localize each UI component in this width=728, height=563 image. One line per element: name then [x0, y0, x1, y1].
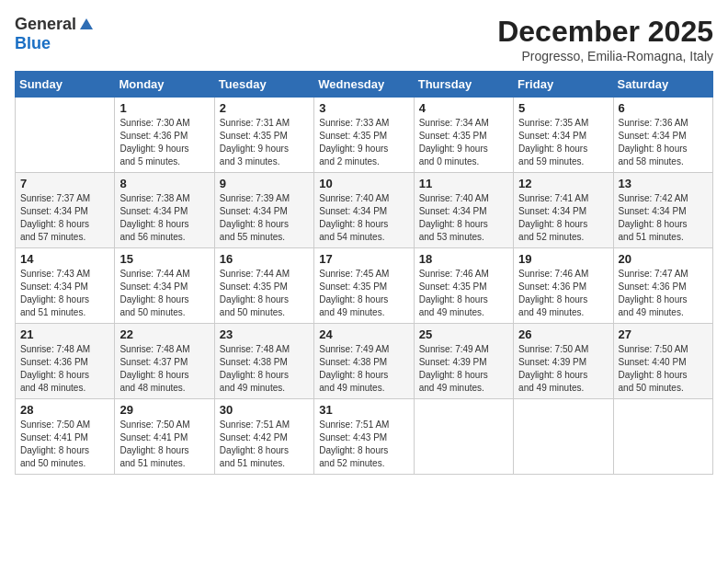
- day-info: Sunrise: 7:42 AMSunset: 4:34 PMDaylight:…: [619, 192, 708, 244]
- calendar-week-2: 7Sunrise: 7:37 AMSunset: 4:34 PMDaylight…: [16, 173, 713, 248]
- day-number: 20: [619, 252, 708, 266]
- day-number: 12: [518, 177, 608, 190]
- weekday-header-thursday: Thursday: [414, 72, 513, 98]
- calendar-cell: 5Sunrise: 7:35 AMSunset: 4:34 PMDaylight…: [514, 98, 613, 173]
- weekday-header-tuesday: Tuesday: [214, 72, 313, 98]
- calendar-cell: 26Sunrise: 7:50 AMSunset: 4:39 PMDayligh…: [514, 324, 613, 399]
- header: General Blue December 2025 Progresso, Em…: [15, 15, 713, 63]
- day-info: Sunrise: 7:46 AMSunset: 4:35 PMDaylight:…: [419, 268, 508, 319]
- day-info: Sunrise: 7:34 AMSunset: 4:35 PMDaylight:…: [419, 117, 508, 168]
- day-number: 4: [419, 101, 508, 115]
- day-number: 11: [419, 177, 508, 190]
- calendar-cell: 6Sunrise: 7:36 AMSunset: 4:34 PMDaylight…: [613, 98, 712, 173]
- calendar-cell: 29Sunrise: 7:50 AMSunset: 4:41 PMDayligh…: [115, 399, 214, 475]
- weekday-header-row: SundayMondayTuesdayWednesdayThursdayFrid…: [16, 72, 713, 98]
- weekday-header-friday: Friday: [514, 72, 613, 98]
- day-number: 3: [319, 101, 408, 115]
- calendar-cell: [514, 399, 613, 475]
- calendar-cell: 2Sunrise: 7:31 AMSunset: 4:35 PMDaylight…: [214, 98, 313, 173]
- day-number: 13: [619, 177, 708, 190]
- calendar-cell: [414, 399, 513, 475]
- calendar-cell: 30Sunrise: 7:51 AMSunset: 4:42 PMDayligh…: [214, 399, 313, 475]
- day-number: 10: [319, 177, 408, 190]
- day-info: Sunrise: 7:50 AMSunset: 4:39 PMDaylight:…: [518, 343, 608, 395]
- day-number: 18: [419, 252, 508, 266]
- day-info: Sunrise: 7:50 AMSunset: 4:41 PMDaylight:…: [119, 419, 209, 470]
- calendar-cell: 7Sunrise: 7:37 AMSunset: 4:34 PMDaylight…: [16, 173, 115, 248]
- calendar-cell: 31Sunrise: 7:51 AMSunset: 4:43 PMDayligh…: [314, 399, 414, 475]
- calendar-cell: 17Sunrise: 7:45 AMSunset: 4:35 PMDayligh…: [314, 248, 414, 324]
- day-info: Sunrise: 7:49 AMSunset: 4:39 PMDaylight:…: [419, 343, 508, 395]
- logo-icon: [78, 17, 95, 33]
- day-info: Sunrise: 7:47 AMSunset: 4:36 PMDaylight:…: [619, 268, 708, 319]
- day-number: 24: [319, 327, 408, 341]
- calendar-cell: 1Sunrise: 7:30 AMSunset: 4:36 PMDaylight…: [115, 98, 214, 173]
- calendar-cell: 15Sunrise: 7:44 AMSunset: 4:34 PMDayligh…: [115, 248, 214, 324]
- day-number: 23: [220, 327, 309, 341]
- day-info: Sunrise: 7:44 AMSunset: 4:34 PMDaylight:…: [119, 268, 209, 319]
- day-number: 21: [20, 327, 109, 341]
- calendar-cell: 4Sunrise: 7:34 AMSunset: 4:35 PMDaylight…: [414, 98, 513, 173]
- svg-marker-0: [80, 18, 93, 29]
- day-number: 1: [119, 101, 209, 115]
- day-number: 14: [20, 252, 109, 266]
- calendar-cell: 9Sunrise: 7:39 AMSunset: 4:34 PMDaylight…: [214, 173, 313, 248]
- day-info: Sunrise: 7:48 AMSunset: 4:38 PMDaylight:…: [220, 343, 309, 395]
- calendar-cell: 22Sunrise: 7:48 AMSunset: 4:37 PMDayligh…: [115, 324, 214, 399]
- month-title: December 2025: [497, 15, 713, 49]
- calendar-week-4: 21Sunrise: 7:48 AMSunset: 4:36 PMDayligh…: [16, 324, 713, 399]
- day-info: Sunrise: 7:39 AMSunset: 4:34 PMDaylight:…: [220, 192, 309, 244]
- calendar-week-1: 1Sunrise: 7:30 AMSunset: 4:36 PMDaylight…: [16, 98, 713, 173]
- day-info: Sunrise: 7:44 AMSunset: 4:35 PMDaylight:…: [220, 268, 309, 319]
- calendar-cell: 14Sunrise: 7:43 AMSunset: 4:34 PMDayligh…: [16, 248, 115, 324]
- day-number: 2: [220, 101, 309, 115]
- calendar-cell: 28Sunrise: 7:50 AMSunset: 4:41 PMDayligh…: [16, 399, 115, 475]
- day-info: Sunrise: 7:38 AMSunset: 4:34 PMDaylight:…: [119, 192, 209, 244]
- day-info: Sunrise: 7:40 AMSunset: 4:34 PMDaylight:…: [319, 192, 408, 244]
- day-info: Sunrise: 7:48 AMSunset: 4:36 PMDaylight:…: [20, 343, 109, 395]
- day-number: 25: [419, 327, 508, 341]
- day-number: 30: [220, 403, 309, 417]
- day-number: 16: [220, 252, 309, 266]
- weekday-header-saturday: Saturday: [613, 72, 712, 98]
- calendar-cell: 24Sunrise: 7:49 AMSunset: 4:38 PMDayligh…: [314, 324, 414, 399]
- calendar-cell: 21Sunrise: 7:48 AMSunset: 4:36 PMDayligh…: [16, 324, 115, 399]
- day-info: Sunrise: 7:46 AMSunset: 4:36 PMDaylight:…: [518, 268, 608, 319]
- day-number: 8: [119, 177, 209, 190]
- day-number: 22: [119, 327, 209, 341]
- day-number: 28: [20, 403, 109, 417]
- title-area: December 2025 Progresso, Emilia-Romagna,…: [497, 15, 713, 63]
- subtitle: Progresso, Emilia-Romagna, Italy: [497, 49, 713, 63]
- calendar-cell: 27Sunrise: 7:50 AMSunset: 4:40 PMDayligh…: [613, 324, 712, 399]
- calendar-cell: 16Sunrise: 7:44 AMSunset: 4:35 PMDayligh…: [214, 248, 313, 324]
- day-info: Sunrise: 7:36 AMSunset: 4:34 PMDaylight:…: [619, 117, 708, 168]
- day-number: 27: [619, 327, 708, 341]
- weekday-header-wednesday: Wednesday: [314, 72, 414, 98]
- calendar-cell: 3Sunrise: 7:33 AMSunset: 4:35 PMDaylight…: [314, 98, 414, 173]
- day-info: Sunrise: 7:51 AMSunset: 4:43 PMDaylight:…: [319, 419, 408, 470]
- calendar-cell: 12Sunrise: 7:41 AMSunset: 4:34 PMDayligh…: [514, 173, 613, 248]
- calendar: SundayMondayTuesdayWednesdayThursdayFrid…: [15, 71, 713, 475]
- day-info: Sunrise: 7:30 AMSunset: 4:36 PMDaylight:…: [119, 117, 209, 168]
- day-number: 26: [518, 327, 608, 341]
- day-info: Sunrise: 7:43 AMSunset: 4:34 PMDaylight:…: [20, 268, 109, 319]
- day-info: Sunrise: 7:50 AMSunset: 4:41 PMDaylight:…: [20, 419, 109, 470]
- logo-general: General: [15, 15, 76, 34]
- calendar-cell: 23Sunrise: 7:48 AMSunset: 4:38 PMDayligh…: [214, 324, 313, 399]
- calendar-cell: 19Sunrise: 7:46 AMSunset: 4:36 PMDayligh…: [514, 248, 613, 324]
- day-info: Sunrise: 7:41 AMSunset: 4:34 PMDaylight:…: [518, 192, 608, 244]
- day-number: 17: [319, 252, 408, 266]
- day-info: Sunrise: 7:48 AMSunset: 4:37 PMDaylight:…: [119, 343, 209, 395]
- calendar-cell: 10Sunrise: 7:40 AMSunset: 4:34 PMDayligh…: [314, 173, 414, 248]
- logo-blue: Blue: [15, 34, 51, 53]
- day-info: Sunrise: 7:40 AMSunset: 4:34 PMDaylight:…: [419, 192, 508, 244]
- calendar-cell: 20Sunrise: 7:47 AMSunset: 4:36 PMDayligh…: [613, 248, 712, 324]
- day-number: 9: [220, 177, 309, 190]
- day-info: Sunrise: 7:45 AMSunset: 4:35 PMDaylight:…: [319, 268, 408, 319]
- calendar-cell: 11Sunrise: 7:40 AMSunset: 4:34 PMDayligh…: [414, 173, 513, 248]
- weekday-header-monday: Monday: [115, 72, 214, 98]
- day-number: 15: [119, 252, 209, 266]
- day-number: 6: [619, 101, 708, 115]
- calendar-cell: [16, 98, 115, 173]
- calendar-cell: [613, 399, 712, 475]
